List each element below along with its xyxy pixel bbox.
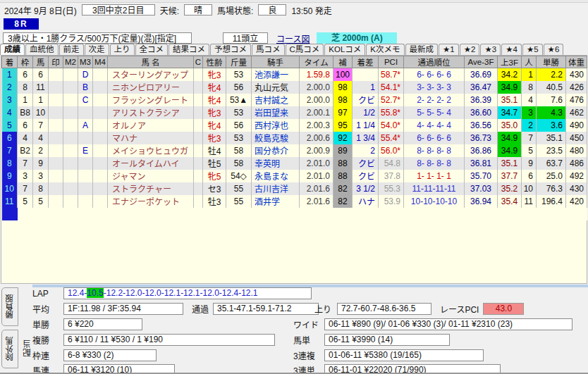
cell-jockey[interactable]: 酒井学 bbox=[252, 195, 300, 208]
cell-jockey[interactable]: 鮫島克駿 bbox=[252, 132, 300, 144]
tab[interactable]: 上り bbox=[110, 44, 135, 55]
cell-horse-name[interactable]: オールタイムハイ bbox=[108, 157, 194, 170]
cell-jockey[interactable]: 古川吉洋 bbox=[252, 182, 300, 195]
tab[interactable]: 前走 bbox=[59, 44, 84, 55]
cell-jockey[interactable]: 永島まな bbox=[252, 170, 300, 182]
cell-last3f: 34.9 bbox=[498, 144, 522, 157]
tab[interactable]: ★6 bbox=[544, 44, 564, 55]
cell-jockey[interactable]: 西村淳也 bbox=[252, 119, 300, 132]
cell-weight-carried: 53▲ bbox=[226, 94, 252, 106]
cell-c bbox=[194, 106, 203, 119]
table-row: 11 5 5 エナジーポケット 牡3 55 酒井学 2.01.6 82 bbox=[2, 195, 587, 208]
payout-place-line: 複勝 6 ¥110 / 11 ¥530 / 1 ¥190 bbox=[32, 333, 275, 347]
cell-hosei-index: 88 bbox=[333, 157, 353, 170]
cell-pci: 55.3 bbox=[379, 182, 404, 195]
cell-jockey[interactable]: 池添謙一 bbox=[252, 68, 300, 81]
cell-margin: 1 1/4 bbox=[353, 119, 379, 132]
cell-m3 bbox=[78, 170, 93, 182]
cell-horse-name[interactable]: フラッシングレート bbox=[108, 94, 194, 106]
cell-m3 bbox=[78, 157, 93, 170]
tab[interactable]: C馬コメ bbox=[286, 44, 324, 55]
tab[interactable]: 全コメ bbox=[135, 44, 169, 55]
col-header-finish: 着 bbox=[2, 56, 18, 68]
side-tab-silks[interactable]: 勝負服 bbox=[1, 287, 18, 326]
cell-m3: E bbox=[78, 144, 93, 157]
cell-sex-age: 牝4 bbox=[203, 119, 226, 132]
cell-horse-name[interactable]: スターリングアップ bbox=[108, 68, 194, 81]
cell-horse-name[interactable]: マハナ bbox=[108, 132, 194, 144]
col-header-mark: 印 bbox=[49, 56, 63, 68]
payout-place-box: 6 ¥110 / 11 ¥530 / 1 ¥190 bbox=[63, 334, 275, 346]
cell-body-weight: 430 bbox=[566, 182, 587, 195]
lap-highlight: 10.5 bbox=[87, 288, 103, 298]
cell-horse-name[interactable]: メイショウヒュウガ bbox=[108, 144, 194, 157]
lap-line: LAP 12.4-10.5-12.2-12.0-12.0-12.1-12.1-1… bbox=[32, 287, 312, 300]
course-map-link[interactable]: コース図 bbox=[276, 32, 310, 44]
cell-body-weight: 480 bbox=[566, 144, 587, 157]
cell-passing-order: 6- 6- 6- 6 bbox=[404, 68, 465, 81]
cell-jockey[interactable]: 国分恭介 bbox=[252, 144, 300, 157]
cell-popularity: 3 bbox=[522, 106, 537, 119]
cell-jockey[interactable]: 丸山元気 bbox=[252, 81, 300, 94]
cell-m3 bbox=[78, 132, 93, 144]
cell-horse-name[interactable]: ストラクチャー bbox=[108, 182, 194, 195]
cell-jockey[interactable]: 岩田望来 bbox=[252, 106, 300, 119]
cell-body-weight: 450 bbox=[566, 132, 587, 144]
side-tab-excluded[interactable]: 除外馬 bbox=[1, 330, 18, 368]
cell-c bbox=[194, 182, 203, 195]
cell-horse-name[interactable]: アリストクラシア bbox=[108, 106, 194, 119]
cell-pci: 53.9 bbox=[379, 195, 404, 208]
cell-jockey[interactable]: 幸英明 bbox=[252, 157, 300, 170]
average-label: 平均 bbox=[32, 303, 58, 315]
tab[interactable]: K次メモ bbox=[366, 44, 404, 55]
tab[interactable]: 成績 bbox=[0, 44, 25, 55]
race-number-badge: 8R bbox=[4, 18, 39, 30]
cell-horse-number: 6 bbox=[33, 68, 49, 81]
race-header: 2024年 9月 8日(日) 3回中京2日目 天候: 晴 馬場状態: 良 13:… bbox=[4, 4, 332, 16]
cell-jockey[interactable]: 吉村誠之 bbox=[252, 94, 300, 106]
tab[interactable]: ★2 bbox=[460, 44, 480, 55]
cell-hosei-index: 98 bbox=[333, 81, 353, 94]
cell-horse-name[interactable]: ニホンピロアリー bbox=[108, 81, 194, 94]
payout-wide-line: ワイド 06-11 ¥890 (9)/ 01-06 ¥330 (3)/ 01-1… bbox=[293, 318, 572, 331]
cell-finish-position: 4 bbox=[2, 106, 18, 119]
cell-finish-position: 10 bbox=[2, 182, 18, 195]
cell-hosei-index: 95 bbox=[333, 119, 353, 132]
tab[interactable]: KOLコメ bbox=[324, 44, 365, 55]
cell-finish-position: 3 bbox=[2, 94, 18, 106]
cell-margin: クビ bbox=[353, 94, 379, 106]
cell-horse-name[interactable]: ジャマン bbox=[108, 170, 194, 182]
cell-frame-number: 4 bbox=[18, 132, 33, 144]
tab[interactable]: 次走 bbox=[85, 44, 109, 55]
cell-horse-name[interactable]: オルノア bbox=[108, 119, 194, 132]
tab[interactable]: ★5 bbox=[522, 44, 543, 55]
payout-quinella-line: 馬連 06-11 ¥3120 (10) bbox=[32, 363, 175, 374]
cell-ave3f: 37.03 bbox=[465, 182, 498, 195]
empty-row-fill bbox=[18, 208, 587, 220]
cell-horse-number: 4 bbox=[33, 132, 49, 144]
cell-last3f: 35.4 bbox=[498, 195, 522, 208]
lap-post: -12.2-12.0-12.0-12.1-12.1-12.0-12.4-12.1 bbox=[104, 288, 258, 298]
tab[interactable]: 予想コメ bbox=[210, 44, 251, 55]
payout-side-label: 配当 bbox=[22, 318, 32, 374]
empty-row bbox=[2, 208, 587, 220]
cell-frame-number: 8 bbox=[18, 81, 33, 94]
tab[interactable]: 最新成 bbox=[405, 44, 439, 55]
cell-horse-name[interactable]: エナジーポケット bbox=[108, 195, 194, 208]
post-time: 13:50 発走 bbox=[291, 4, 331, 16]
tab[interactable]: 結果コメ bbox=[169, 44, 209, 55]
tab[interactable]: ★1 bbox=[439, 44, 459, 55]
tab[interactable]: 血統他 bbox=[25, 44, 59, 55]
cell-m4 bbox=[93, 119, 108, 132]
course-box: 芝 2000m (A) bbox=[317, 32, 397, 44]
cell-body-weight: 490 bbox=[566, 119, 587, 132]
payout-wide-box: 06-11 ¥890 (9)/ 01-06 ¥330 (3)/ 01-11 ¥2… bbox=[324, 318, 572, 330]
tab[interactable]: ★3 bbox=[480, 44, 501, 55]
cell-time: 2.00.3 bbox=[300, 119, 333, 132]
cell-ave3f: 36.39 bbox=[465, 94, 498, 106]
cell-margin: 1 3/4 bbox=[353, 132, 379, 144]
tab[interactable]: 馬コメ bbox=[252, 44, 285, 55]
cell-weight-carried: 53 bbox=[226, 68, 252, 81]
tab[interactable]: ★4 bbox=[501, 44, 522, 55]
cell-last3f: 34.9 bbox=[498, 81, 522, 94]
